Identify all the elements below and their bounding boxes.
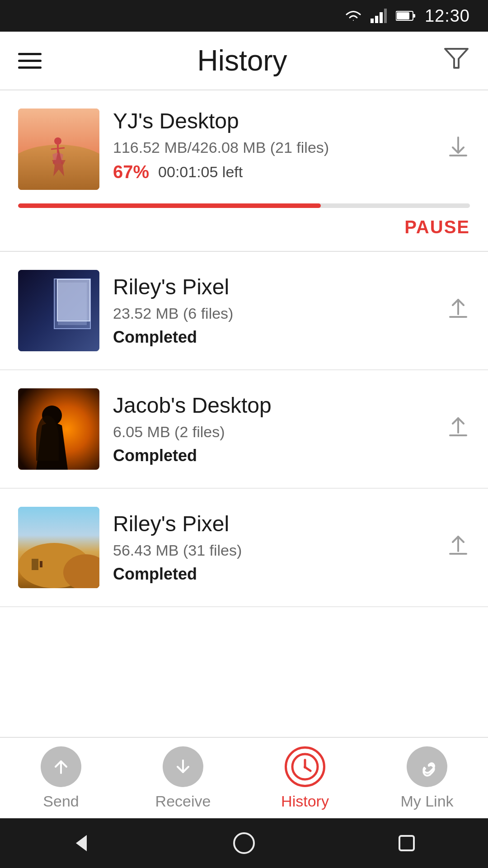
active-transfer-item: YJ's Desktop 116.52 MB/426.08 MB (21 fil…	[0, 90, 488, 252]
svg-marker-7	[445, 49, 468, 68]
upload-icon[interactable]	[446, 415, 470, 443]
svg-rect-19	[58, 283, 87, 325]
page-title: History	[197, 44, 287, 77]
battery-icon	[396, 9, 416, 22]
transfer-progress-row: 67% 00:01:05 left	[113, 162, 433, 182]
history-info: Jacob's Desktop 6.05 MB (2 files) Comple…	[113, 393, 433, 465]
history-item: Riley's Pixel 56.43 MB (31 files) Comple…	[0, 489, 488, 607]
status-icons: 12:30	[344, 6, 470, 26]
svg-point-10	[54, 137, 61, 145]
mylink-nav-label: My Link	[400, 793, 453, 810]
nav-item-mylink[interactable]: My Link	[366, 746, 488, 810]
content-area: YJ's Desktop 116.52 MB/426.08 MB (21 fil…	[0, 90, 488, 737]
pause-row: PAUSE	[18, 208, 470, 251]
active-transfer-name: YJ's Desktop	[113, 108, 433, 133]
svg-point-23	[42, 406, 62, 425]
transfer-thumbnail	[18, 108, 99, 190]
history-thumbnail-riley2	[18, 507, 99, 588]
svg-rect-18	[54, 279, 90, 329]
upload-icon[interactable]	[446, 296, 470, 325]
pause-button[interactable]: PAUSE	[404, 217, 470, 237]
svg-rect-2	[380, 12, 383, 23]
transfer-header: YJ's Desktop 116.52 MB/426.08 MB (21 fil…	[18, 108, 470, 190]
history-size: 56.43 MB (31 files)	[113, 542, 433, 559]
mylink-nav-icon	[407, 746, 447, 787]
history-name: Riley's Pixel	[113, 511, 433, 536]
nav-item-history[interactable]: History	[244, 746, 366, 810]
receive-nav-label: Receive	[155, 793, 211, 810]
wifi-icon	[344, 9, 361, 23]
history-name: Riley's Pixel	[113, 274, 433, 299]
receive-nav-icon	[163, 746, 203, 787]
svg-rect-3	[384, 9, 387, 23]
history-status: Completed	[113, 565, 433, 584]
menu-icon[interactable]	[18, 53, 42, 69]
filter-icon[interactable]	[443, 44, 470, 77]
history-thumbnail-riley1	[18, 270, 99, 351]
riley2-thumb-bg	[18, 507, 99, 588]
status-time: 12:30	[425, 6, 470, 26]
history-thumbnail-jacob	[18, 388, 99, 470]
svg-marker-38	[76, 835, 87, 851]
history-item: Riley's Pixel 23.52 MB (6 files) Complet…	[0, 252, 488, 370]
svg-rect-15	[449, 155, 467, 156]
download-icon[interactable]	[446, 135, 470, 164]
progress-time: 00:01:05 left	[158, 163, 243, 181]
history-name: Jacob's Desktop	[113, 393, 433, 418]
svg-rect-29	[40, 561, 42, 567]
history-info: Riley's Pixel 56.43 MB (31 files) Comple…	[113, 511, 433, 584]
svg-rect-1	[375, 16, 378, 23]
history-status: Completed	[113, 446, 433, 465]
yj-thumbnail	[18, 108, 99, 190]
active-transfer-size: 116.52 MB/426.08 MB (21 files)	[113, 139, 433, 156]
jacob-thumb-bg	[18, 388, 99, 470]
history-item: Jacob's Desktop 6.05 MB (2 files) Comple…	[0, 370, 488, 489]
svg-rect-20	[449, 316, 467, 318]
upload-icon[interactable]	[446, 533, 470, 562]
progress-percent: 67%	[113, 162, 149, 182]
android-home-button[interactable]	[226, 825, 262, 861]
progress-bar-container	[18, 203, 470, 208]
history-info: Riley's Pixel 23.52 MB (6 files) Complet…	[113, 274, 433, 347]
send-nav-icon	[41, 746, 81, 787]
nav-item-receive[interactable]: Receive	[122, 746, 244, 810]
android-back-button[interactable]	[63, 825, 99, 861]
android-recents-button[interactable]	[389, 825, 425, 861]
svg-point-39	[234, 833, 254, 853]
svg-rect-6	[397, 12, 409, 19]
history-status: Completed	[113, 328, 433, 347]
send-nav-label: Send	[43, 793, 79, 810]
signal-icon	[371, 9, 387, 23]
svg-rect-0	[371, 19, 374, 23]
svg-rect-17	[18, 270, 99, 351]
history-nav-icon	[285, 746, 325, 787]
app-bar: History	[0, 32, 488, 90]
bottom-nav: Send Receive History	[0, 737, 488, 818]
svg-rect-30	[449, 553, 467, 555]
history-size: 23.52 MB (6 files)	[113, 305, 433, 322]
svg-rect-40	[399, 836, 414, 850]
svg-rect-5	[413, 14, 415, 18]
riley1-thumb-bg	[18, 270, 99, 351]
transfer-info: YJ's Desktop 116.52 MB/426.08 MB (21 fil…	[113, 108, 433, 182]
svg-rect-24	[449, 434, 467, 436]
android-nav-bar	[0, 818, 488, 868]
history-size: 6.05 MB (2 files)	[113, 423, 433, 441]
svg-point-37	[304, 766, 306, 769]
nav-item-send[interactable]: Send	[0, 746, 122, 810]
history-nav-label: History	[281, 793, 329, 810]
status-bar: 12:30	[0, 0, 488, 32]
svg-point-9	[18, 145, 99, 190]
progress-bar-fill	[18, 203, 321, 208]
